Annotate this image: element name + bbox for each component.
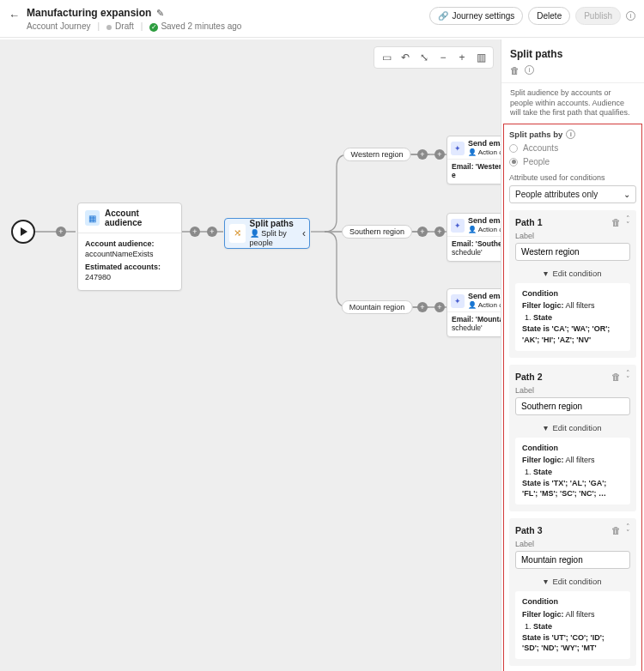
add-node[interactable]: + <box>417 149 428 160</box>
add-node[interactable]: + <box>417 227 428 237</box>
add-node[interactable]: + <box>417 302 428 312</box>
panel-description: Split audience by accounts or people wit… <box>501 83 644 124</box>
start-node[interactable] <box>11 220 35 244</box>
info-icon[interactable]: i <box>566 130 575 139</box>
add-node[interactable]: + <box>190 227 200 237</box>
branch-label[interactable]: Southern region <box>342 225 412 239</box>
delete-node-icon[interactable]: 🗑 <box>510 65 519 76</box>
journey-type: Account Journey <box>27 21 91 31</box>
settings-link-icon: 🔗 <box>438 11 448 21</box>
action-icon: ✦ <box>451 142 465 155</box>
filter-icon: ▾ <box>544 577 548 586</box>
email-node[interactable]: ✦ Send ema👤 Action o Email: 'Southernsch… <box>447 213 501 262</box>
move-down-icon[interactable]: ˅ <box>626 530 630 536</box>
edit-condition-button[interactable]: ▾Edit condition <box>515 423 630 432</box>
branch-label[interactable]: Mountain region <box>342 300 413 314</box>
journey-settings-button[interactable]: 🔗Journey settings <box>429 7 523 25</box>
add-node[interactable]: + <box>207 227 217 237</box>
delete-path-icon[interactable]: 🗑 <box>611 217 621 227</box>
path-card: Path 1 🗑 ˄˅ Label ▾Edit condition Condit… <box>509 210 636 358</box>
attribute-label: Attribute used for conditions <box>509 173 636 182</box>
filter-icon: ▾ <box>544 423 548 432</box>
delete-path-icon[interactable]: 🗑 <box>611 525 621 535</box>
map-icon[interactable]: ▥ <box>474 51 488 64</box>
path-card: Path 2 🗑 ˄˅ Label ▾Edit condition Condit… <box>509 365 636 512</box>
path-label-input[interactable] <box>515 243 630 261</box>
audience-title: Account audience <box>105 209 174 227</box>
add-node[interactable]: + <box>56 227 66 237</box>
delete-path-icon[interactable]: 🗑 <box>611 372 621 382</box>
info-icon[interactable]: i <box>626 11 635 21</box>
edit-condition-button[interactable]: ▾Edit condition <box>515 269 630 278</box>
condition-summary: Condition Filter logic: All filters Stat… <box>515 591 630 659</box>
zoom-out-icon[interactable]: − <box>436 51 450 64</box>
delete-button[interactable]: Delete <box>528 7 570 25</box>
split-node[interactable]: ⤨ Split paths 👤 Split by people ‹ <box>224 218 310 249</box>
add-node[interactable]: + <box>434 149 445 160</box>
chevron-down-icon: ⌄ <box>623 190 630 199</box>
path-name: Path 1 <box>515 217 606 227</box>
radio-accounts: Accounts <box>509 143 636 153</box>
radio-people: People <box>509 157 636 166</box>
publish-button: Publish <box>575 7 621 25</box>
chevron-left-icon: ‹ <box>302 227 306 239</box>
edit-title-icon[interactable]: ✎ <box>156 8 164 19</box>
path-card: Path 3 🗑 ˄˅ Label ▾Edit condition Condit… <box>509 518 636 666</box>
condition-summary: Condition Filter logic: All filters Stat… <box>515 438 630 505</box>
path-name: Path 3 <box>515 525 606 535</box>
path-label-input[interactable] <box>515 551 630 569</box>
canvas[interactable]: ▭ ↶ ⤡ − + ▥ + + + + + + + + + <box>0 39 501 671</box>
add-node[interactable]: + <box>434 302 445 312</box>
filter-icon: ▾ <box>544 269 548 278</box>
split-icon: ⤨ <box>229 224 246 243</box>
collapse-icon[interactable]: ⤡ <box>417 51 431 64</box>
page-title: Manufacturing expansion <box>27 7 151 19</box>
condition-summary: Condition Filter logic: All filters Stat… <box>515 283 630 351</box>
back-arrow-icon[interactable]: ← <box>9 9 20 21</box>
zoom-in-icon[interactable]: + <box>455 51 469 64</box>
split-config-highlight: Split paths by i Accounts People Attribu… <box>503 124 642 671</box>
audience-node[interactable]: ▦ Account audience Account audience: acc… <box>77 203 182 291</box>
branch-label[interactable]: Western region <box>343 148 411 161</box>
panel-title: Split paths <box>510 48 635 60</box>
email-node[interactable]: ✦ Send ema👤 Action o Email: 'Western e <box>447 136 501 184</box>
action-icon: ✦ <box>451 294 465 308</box>
info-icon[interactable]: i <box>525 65 534 75</box>
header: ← Manufacturing expansion ✎ Account Jour… <box>0 0 644 38</box>
email-node[interactable]: ✦ Send ema👤 Action o Email: 'Mountainsch… <box>447 288 501 337</box>
edit-condition-button[interactable]: ▾Edit condition <box>515 577 630 586</box>
split-title: Split paths <box>250 219 302 229</box>
path-label-input[interactable] <box>515 397 630 415</box>
action-icon: ✦ <box>451 219 465 233</box>
canvas-toolbar: ▭ ↶ ⤡ − + ▥ <box>374 46 494 69</box>
saved-check-icon: ✓ <box>149 23 158 32</box>
status-badge: Draft <box>115 21 134 31</box>
audience-icon: ▦ <box>85 210 100 226</box>
move-down-icon[interactable]: ˅ <box>626 377 630 383</box>
attribute-select[interactable]: People attributes only ⌄ <box>509 185 636 203</box>
move-down-icon[interactable]: ˅ <box>626 222 630 228</box>
add-node[interactable]: + <box>434 227 445 237</box>
saved-text: Saved 2 minutes ago <box>161 21 241 31</box>
side-panel: Split paths 🗑 i Split audience by accoun… <box>501 39 644 671</box>
undo-icon[interactable]: ↶ <box>398 51 412 64</box>
path-name: Path 2 <box>515 372 606 382</box>
fit-icon[interactable]: ▭ <box>380 51 393 64</box>
